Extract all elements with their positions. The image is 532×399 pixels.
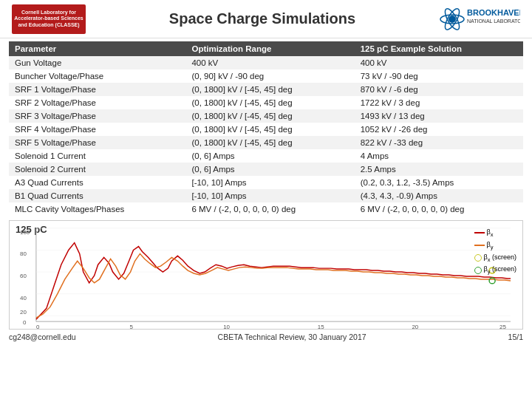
svg-text:0: 0 xyxy=(23,319,27,326)
svg-text:BROOKHAVEN: BROOKHAVEN xyxy=(467,8,520,17)
legend-by-screen: βy (screen) xyxy=(474,264,516,276)
table-row: SRF 1 Voltage/Phase(0, 1800] kV / [-45, … xyxy=(9,83,523,96)
table-cell: (0.2, 0.3, 1.2, -3.5) Amps xyxy=(355,176,523,189)
table-cell: 6 MV / (-2, 0, 0, 0, 0, 0) deg xyxy=(185,202,354,216)
table-cell: (0, 6] Amps xyxy=(185,149,354,163)
table-cell: (0, 1800] kV / [-45, 45] deg xyxy=(185,83,354,96)
table-cell: MLC Cavity Voltages/Phases xyxy=(9,202,185,216)
table-cell: (0, 6] Amps xyxy=(185,163,354,176)
col-solution: 125 pC Example Solution xyxy=(355,41,523,56)
table-row: Solenoid 2 Current(0, 6] Amps2.5 Amps xyxy=(9,163,523,176)
legend-by-color xyxy=(474,245,485,246)
legend-bx: βx xyxy=(474,227,516,239)
left-logo: Cornell Laboratory forAccelerator-based … xyxy=(12,4,86,34)
table-row: SRF 3 Voltage/Phase(0, 1800] kV / [-45, … xyxy=(9,109,523,123)
table-cell: 822 kV / -33 deg xyxy=(355,136,523,149)
page-header: Cornell Laboratory forAccelerator-based … xyxy=(0,0,532,38)
table-cell: SRF 2 Voltage/Phase xyxy=(9,96,185,109)
chart-svg: 100 80 60 40 20 0 0 5 10 15 20 25 xyxy=(10,221,522,329)
table-cell: 870 kV / -6 deg xyxy=(355,83,523,96)
table-cell: 400 kV xyxy=(355,56,523,69)
legend-by-screen-label: βy (screen) xyxy=(484,264,516,276)
table-cell: Solenoid 1 Current xyxy=(9,149,185,163)
footer-email: cg248@cornell.edu xyxy=(9,332,76,341)
table-cell: SRF 3 Voltage/Phase xyxy=(9,109,185,123)
classe-logo-text: Cornell Laboratory forAccelerator-based … xyxy=(14,10,83,28)
svg-point-0 xyxy=(449,16,456,23)
table-cell: 400 kV xyxy=(185,56,354,69)
table-row: SRF 4 Voltage/Phase(0, 1800] kV / [-45, … xyxy=(9,123,523,136)
chart-legend: βx βy βx (screen) βy (screen) xyxy=(474,227,516,276)
svg-text:10: 10 xyxy=(223,324,230,329)
svg-text:20: 20 xyxy=(412,324,418,329)
page-footer: cg248@cornell.edu CBETA Technical Review… xyxy=(0,331,532,343)
svg-text:100: 100 xyxy=(20,229,30,236)
table-row: Buncher Voltage/Phase(0, 90] kV / -90 de… xyxy=(9,69,523,83)
table-cell: Gun Voltage xyxy=(9,56,185,69)
table-cell: (0, 1800] kV / [-45, 45] deg xyxy=(185,109,354,123)
table-cell: 73 kV / -90 deg xyxy=(355,69,523,83)
legend-bx-label: βx xyxy=(487,227,494,239)
table-cell: (0, 1800] kV / [-45, 45] deg xyxy=(185,96,354,109)
table-cell: [-10, 10] Amps xyxy=(185,176,354,189)
chart-area: 125 pC 100 80 60 40 20 0 0 5 10 15 20 25 xyxy=(9,220,523,330)
legend-by-label: βy xyxy=(487,239,494,252)
col-parameter: Parameter xyxy=(9,41,185,56)
legend-bx-screen-label: βx (screen) xyxy=(484,252,516,265)
legend-by-screen-icon xyxy=(474,267,482,274)
brookhaven-logo-container: BROOKHAVEN NATIONAL LABORATORY xyxy=(439,6,520,33)
classe-logo: Cornell Laboratory forAccelerator-based … xyxy=(12,4,86,34)
table-row: SRF 5 Voltage/Phase(0, 1800] kV / [-45, … xyxy=(9,136,523,149)
legend-by: βy xyxy=(474,239,516,252)
footer-page: 15/1 xyxy=(508,332,523,341)
table-row: Solenoid 1 Current(0, 6] Amps4 Amps xyxy=(9,149,523,163)
table-row: MLC Cavity Voltages/Phases6 MV / (-2, 0,… xyxy=(9,202,523,216)
table-cell: 4 Amps xyxy=(355,149,523,163)
col-optimization: Optimization Range xyxy=(185,41,354,56)
table-row: A3 Quad Currents[-10, 10] Amps(0.2, 0.3,… xyxy=(9,176,523,189)
table-cell: Solenoid 2 Current xyxy=(9,163,185,176)
table-cell: [-10, 10] Amps xyxy=(185,189,354,202)
legend-bx-screen-icon xyxy=(474,254,482,262)
main-content: Parameter Optimization Range 125 pC Exam… xyxy=(0,38,532,217)
table-row: SRF 2 Voltage/Phase(0, 1800] kV / [-45, … xyxy=(9,96,523,109)
table-cell: 1052 kV / -26 deg xyxy=(355,123,523,136)
table-cell: B1 Quad Currents xyxy=(9,189,185,202)
table-cell: (0, 1800] kV / [-45, 45] deg xyxy=(185,123,354,136)
svg-text:60: 60 xyxy=(20,273,27,279)
svg-text:0: 0 xyxy=(36,324,40,329)
svg-text:40: 40 xyxy=(20,295,27,301)
legend-bx-color xyxy=(474,232,485,233)
table-cell: (0, 1800] kV / [-45, 45] deg xyxy=(185,136,354,149)
table-row: B1 Quad Currents[-10, 10] Amps(4.3, 4.3,… xyxy=(9,189,523,202)
table-cell: 1722 kV / 3 deg xyxy=(355,96,523,109)
svg-text:15: 15 xyxy=(318,324,324,329)
legend-bx-screen: βx (screen) xyxy=(474,252,516,265)
svg-text:NATIONAL LABORATORY: NATIONAL LABORATORY xyxy=(467,18,520,24)
table-cell: A3 Quad Currents xyxy=(9,176,185,189)
svg-text:20: 20 xyxy=(20,309,27,316)
table-cell: 1493 kV / 13 deg xyxy=(355,109,523,123)
brookhaven-svg: BROOKHAVEN NATIONAL LABORATORY xyxy=(439,6,520,33)
parameters-table: Parameter Optimization Range 125 pC Exam… xyxy=(9,41,523,216)
table-cell: 2.5 Amps xyxy=(355,163,523,176)
table-body: Gun Voltage400 kV400 kVBuncher Voltage/P… xyxy=(9,56,523,216)
table-cell: Buncher Voltage/Phase xyxy=(9,69,185,83)
svg-text:25: 25 xyxy=(499,324,506,329)
table-row: Gun Voltage400 kV400 kV xyxy=(9,56,523,69)
table-cell: SRF 1 Voltage/Phase xyxy=(9,83,185,96)
svg-text:5: 5 xyxy=(130,324,134,329)
table-cell: (4.3, 4.3, -0.9) Amps xyxy=(355,189,523,202)
svg-point-26 xyxy=(489,278,495,284)
table-cell: SRF 4 Voltage/Phase xyxy=(9,123,185,136)
table-cell: 6 MV / (-2, 0, 0, 0, 0, 0) deg xyxy=(355,202,523,216)
table-cell: (0, 90] kV / -90 deg xyxy=(185,69,354,83)
footer-event: CBETA Technical Review, 30 January 2017 xyxy=(218,332,366,341)
table-header-row: Parameter Optimization Range 125 pC Exam… xyxy=(9,41,523,56)
page-title: Space Charge Simulations xyxy=(86,10,439,27)
right-logo: BROOKHAVEN NATIONAL LABORATORY xyxy=(439,6,520,33)
table-cell: SRF 5 Voltage/Phase xyxy=(9,136,185,149)
svg-text:80: 80 xyxy=(20,250,27,257)
